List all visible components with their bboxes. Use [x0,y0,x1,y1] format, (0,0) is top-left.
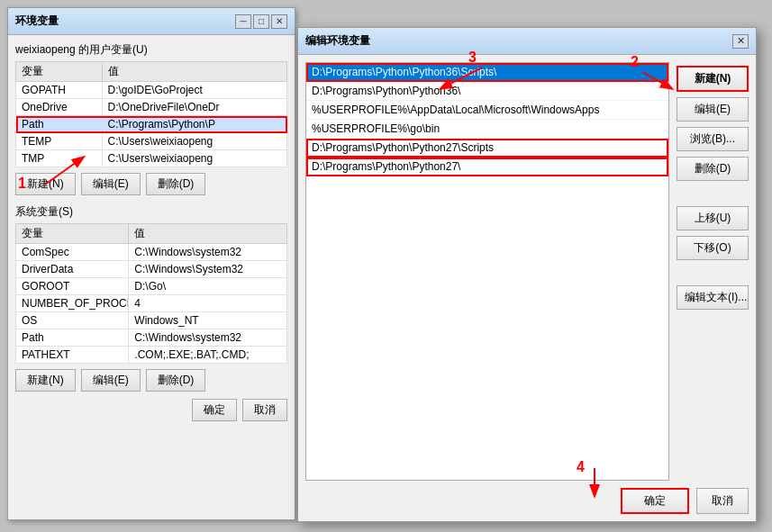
user-var-val-2: C:\Programs\Python\P [102,116,287,133]
env-ok-btn[interactable]: 确定 [192,399,237,421]
edit-new-btn[interactable]: 新建(N) [677,66,749,92]
sys-var-name-5: Path [16,329,129,347]
sys-var-row-5[interactable]: PathC:\Windows\system32 [16,329,287,347]
sys-var-val-1: C:\Windows\System32 [129,261,287,278]
user-var-row-1[interactable]: OneDriveD:\OneDriveFile\OneDr [16,99,287,116]
edit-dialog-title: 编辑环境变量 [305,33,370,49]
user-var-row-0[interactable]: GOPATHD:\goIDE\GoProject [16,82,287,99]
user-variables-table: 变量 值 GOPATHD:\goIDE\GoProjectOneDriveD:\… [15,61,287,167]
edit-browse-btn[interactable]: 浏览(B)... [677,127,749,151]
env-variables-window: 环境变量 ─ □ ✕ weixiaopeng 的用户变量(U) 变量 值 GOP… [7,7,295,520]
user-var-name-1: OneDrive [16,99,103,116]
path-item-3[interactable]: %USERPROFILE%\go\bin [306,120,668,139]
user-var-val-1: D:\OneDriveFile\OneDr [102,99,287,116]
minimize-btn[interactable]: ─ [235,14,251,29]
col-var-header: 变量 [16,62,103,82]
user-section-label: weixiaopeng 的用户变量(U) [15,42,287,58]
edit-delete-btn[interactable]: 删除(D) [677,157,749,181]
path-item-0[interactable]: D:\Programs\Python\Python36\Scripts\ [306,63,668,82]
user-var-val-3: C:\Users\weixiaopeng [102,133,287,150]
user-var-val-0: D:\goIDE\GoProject [102,82,287,99]
sys-var-val-6: .COM;.EXE;.BAT;.CMD; [129,347,287,364]
sys-new-btn[interactable]: 新建(N) [15,369,76,392]
sys-var-name-3: NUMBER_OF_PROCESSORS [16,295,129,312]
user-var-row-2[interactable]: PathC:\Programs\Python\P [16,116,287,133]
user-var-name-4: TMP [16,150,103,167]
system-btn-row: 新建(N) 编辑(E) 删除(D) [15,369,287,392]
close-btn-env[interactable]: ✕ [271,14,287,29]
user-var-row-3[interactable]: TEMPC:\Users\weixiaopeng [16,133,287,150]
user-btn-row: 新建(N) 编辑(E) 删除(D) [15,173,287,195]
titlebar-controls: ─ □ ✕ [235,14,287,29]
user-var-name-2: Path [16,116,103,133]
path-item-5[interactable]: D:\Programs\Python\Python27\ [306,158,668,176]
edit-env-dialog: 编辑环境变量 ✕ D:\Programs\Python\Python36\Scr… [297,27,757,522]
env-content: weixiaopeng 的用户变量(U) 变量 值 GOPATHD:\goIDE… [8,35,295,428]
sys-var-val-5: C:\Windows\system32 [129,329,287,347]
system-section-label: 系统变量(S) [15,204,287,220]
sys-var-row-6[interactable]: PATHEXT.COM;.EXE;.BAT;.CMD; [16,347,287,364]
sys-delete-btn[interactable]: 删除(D) [146,369,206,392]
env-bottom-btn-row: 确定 取消 [15,399,287,421]
user-edit-btn[interactable]: 编辑(E) [81,173,141,195]
system-variables-table: 变量 值 ComSpecC:\Windows\system32DriverDat… [15,223,287,364]
sys-var-name-2: GOROOT [16,278,129,295]
edit-cancel-btn[interactable]: 取消 [696,488,749,514]
edit-ok-btn[interactable]: 确定 [621,488,689,514]
edit-titlebar: 编辑环境变量 ✕ [298,28,756,55]
env-window-title: 环境变量 [15,14,59,29]
sys-var-val-0: C:\Windows\system32 [129,244,287,261]
sys-var-name-6: PATHEXT [16,347,129,364]
right-button-panel: 新建(N) 编辑(E) 浏览(B)... 删除(D) 上移(U) 下移(O) 编… [677,62,749,481]
user-new-btn[interactable]: 新建(N) [15,173,76,195]
sys-var-row-3[interactable]: NUMBER_OF_PROCESSORS4 [16,295,287,312]
sys-var-val-2: D:\Go\ [129,278,287,295]
sys-var-row-4[interactable]: OSWindows_NT [16,312,287,329]
edit-down-btn[interactable]: 下移(O) [677,236,749,260]
sys-col-val-header: 值 [129,224,287,244]
sys-col-var-header: 变量 [16,224,129,244]
sys-var-name-4: OS [16,312,129,329]
edit-text-btn[interactable]: 编辑文本(I)... [677,285,749,310]
user-var-row-4[interactable]: TMPC:\Users\weixiaopeng [16,150,287,167]
col-val-header: 值 [102,62,287,82]
user-var-val-4: C:\Users\weixiaopeng [102,150,287,167]
sys-var-val-4: Windows_NT [129,312,287,329]
edit-close-btn[interactable]: ✕ [732,34,749,49]
sys-var-name-0: ComSpec [16,244,129,261]
path-list-panel: D:\Programs\Python\Python36\Scripts\D:\P… [305,62,669,481]
edit-up-btn[interactable]: 上移(U) [677,206,749,230]
env-cancel-btn[interactable]: 取消 [242,399,287,421]
path-list-scroll[interactable]: D:\Programs\Python\Python36\Scripts\D:\P… [306,63,668,480]
sys-var-row-2[interactable]: GOROOTD:\Go\ [16,278,287,295]
sys-var-row-0[interactable]: ComSpecC:\Windows\system32 [16,244,287,261]
user-delete-btn[interactable]: 删除(D) [146,173,206,195]
user-var-name-0: GOPATH [16,82,103,99]
env-titlebar: 环境变量 ─ □ ✕ [8,8,295,35]
path-item-4[interactable]: D:\Programs\Python\Python27\Scripts [306,139,668,158]
path-item-2[interactable]: %USERPROFILE%\AppData\Local\Microsoft\Wi… [306,101,668,120]
path-item-1[interactable]: D:\Programs\Python\Python36\ [306,82,668,101]
edit-edit-btn[interactable]: 编辑(E) [677,97,749,122]
edit-main-area: D:\Programs\Python\Python36\Scripts\D:\P… [298,55,756,481]
edit-dialog-body: D:\Programs\Python\Python36\Scripts\D:\P… [298,55,756,521]
sys-var-val-3: 4 [129,295,287,312]
maximize-btn[interactable]: □ [253,14,269,29]
sys-var-name-1: DriverData [16,261,129,278]
user-var-name-3: TEMP [16,133,103,150]
sys-var-row-1[interactable]: DriverDataC:\Windows\System32 [16,261,287,278]
sys-edit-btn[interactable]: 编辑(E) [81,369,141,392]
edit-bottom-row: 确定 取消 [298,481,756,521]
